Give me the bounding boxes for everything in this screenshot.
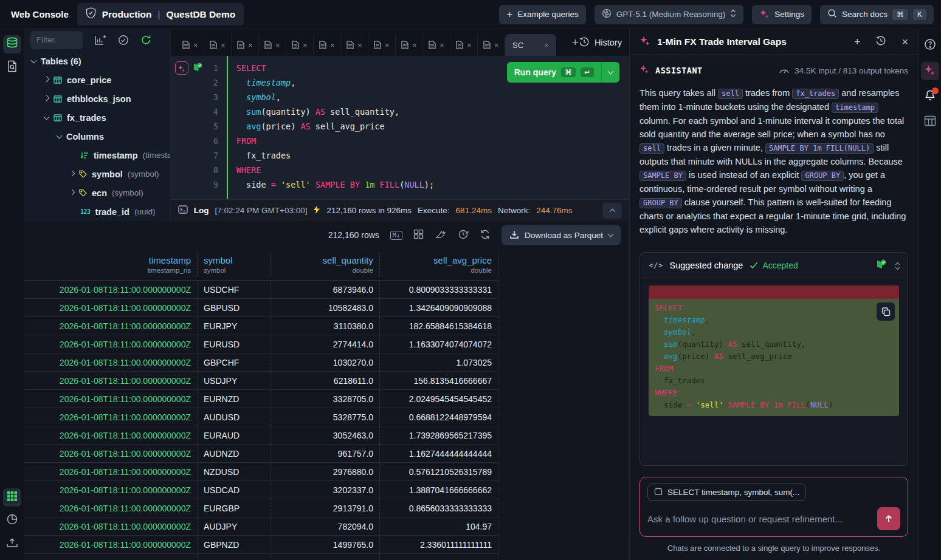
tab-close-icon[interactable]: ×: [385, 41, 390, 49]
tree-item-tables-6-[interactable]: Tables (6): [24, 52, 170, 70]
table-row[interactable]: 2026-01-08T18:11:00.000000000ZAUDJPY7820…: [24, 517, 498, 536]
chart-view-button[interactable]: [3, 511, 21, 530]
tree-item-ethblocks-json[interactable]: ethblocks_json: [24, 89, 170, 108]
tree-item-trade-id[interactable]: 123trade_id(uuid): [24, 202, 170, 221]
help-button[interactable]: [921, 36, 939, 55]
table-row[interactable]: 2026-01-08T18:11:00.000000000ZUSDCAD3202…: [24, 481, 498, 499]
copy-button[interactable]: [877, 302, 895, 321]
tab-close-icon[interactable]: ×: [412, 41, 417, 49]
tab-close-icon[interactable]: ×: [193, 41, 198, 49]
expand-collapse-button[interactable]: [896, 261, 899, 269]
search-docs[interactable]: Search docs ⌘ K: [820, 5, 934, 24]
refresh-results-icon[interactable]: [480, 229, 491, 242]
cell-timestamp: 2026-01-08T18:11:00.000000000Z: [24, 554, 198, 560]
column-header-symbol[interactable]: symbol symbol: [198, 253, 271, 276]
followup-placeholder[interactable]: Ask a follow up question or request refi…: [647, 514, 877, 524]
tab-close-icon[interactable]: ×: [544, 41, 549, 49]
tab-close-icon[interactable]: ×: [303, 41, 308, 49]
table-row[interactable]: 2026-01-08T18:11:00.000000000ZGBPUSD1058…: [24, 299, 498, 317]
visualization-icon[interactable]: [435, 229, 447, 242]
editor-tab[interactable]: ×: [286, 34, 314, 56]
table-row[interactable]: 2026-01-08T18:11:00.000000000ZUSDJPY6218…: [24, 372, 498, 390]
ai-assist-icon[interactable]: [175, 61, 188, 75]
editor-tab[interactable]: ×: [232, 34, 259, 56]
chat-history-button[interactable]: [875, 35, 886, 48]
instance-selector[interactable]: Production | QuestDB Demo: [77, 3, 244, 26]
table-row[interactable]: 2026-01-08T18:11:00.000000000ZAUDUSD5328…: [24, 408, 498, 426]
network-value: 244.76ms: [536, 206, 572, 215]
editor-tab[interactable]: ×: [396, 34, 423, 56]
tables-nav-button[interactable]: [3, 35, 21, 53]
table-row[interactable]: 2026-01-08T18:11:00.000000000Z: [24, 554, 498, 560]
tab-close-icon[interactable]: ×: [439, 41, 444, 49]
editor-tab[interactable]: ×: [478, 34, 505, 56]
editor-tab[interactable]: ×: [423, 34, 450, 56]
editor-tab[interactable]: ×: [341, 34, 368, 56]
auto-refresh-icon[interactable]: [458, 229, 469, 242]
model-selector[interactable]: GPT-5.1 (Medium Reasoning): [595, 5, 743, 24]
table-row[interactable]: 2026-01-08T18:11:00.000000000ZEURGBP2913…: [24, 499, 498, 517]
send-button[interactable]: [877, 507, 900, 530]
tab-close-icon[interactable]: ×: [467, 41, 472, 49]
column-header-sell-avg-price[interactable]: sell_avg_price double: [380, 253, 498, 276]
sql-editor[interactable]: 123456789 SELECT timestamp, symbol, sum(…: [171, 56, 629, 199]
editor-tab[interactable]: ×: [368, 34, 396, 56]
tab-close-icon[interactable]: ×: [248, 41, 253, 49]
followup-input[interactable]: SELECT timestamp, symbol, sum(... Ask a …: [639, 477, 908, 537]
settings-button[interactable]: Settings: [752, 5, 812, 24]
editor-tab[interactable]: ×: [259, 34, 286, 56]
table-row[interactable]: 2026-01-08T18:11:00.000000000ZEURUSD2774…: [24, 335, 498, 353]
table-row[interactable]: 2026-01-08T18:11:00.000000000ZEURAUD3052…: [24, 426, 498, 445]
cell-sell-avg-price: 1.1633074074074072: [380, 335, 498, 353]
table-panel-button[interactable]: [921, 113, 939, 131]
tree-item-columns[interactable]: Columns: [24, 127, 170, 146]
tree-item-timestamp[interactable]: timestamp(timestamp_ns): [24, 146, 170, 165]
table-row[interactable]: 2026-01-08T18:11:00.000000000ZUSDCHF6873…: [24, 281, 498, 299]
editor-tab[interactable]: ×: [314, 34, 341, 56]
editor-tab[interactable]: ×: [177, 34, 204, 56]
table-row[interactable]: 2026-01-08T18:11:00.000000000ZEURJPY3110…: [24, 317, 498, 335]
editor-tab-active[interactable]: SC×: [505, 34, 556, 56]
table-row[interactable]: 2026-01-08T18:11:00.000000000ZGBPCHF1030…: [24, 353, 498, 372]
tab-close-icon[interactable]: ×: [275, 41, 280, 49]
tree-item-symbol[interactable]: symbol(symbol): [24, 165, 170, 183]
column-header-sell-quantity[interactable]: sell_quantity double: [271, 253, 380, 276]
collapse-log-button[interactable]: [602, 203, 622, 219]
import-button[interactable]: [3, 534, 21, 553]
filter-input[interactable]: [30, 31, 83, 49]
check-circle-icon[interactable]: [118, 35, 129, 46]
add-chart-icon[interactable]: [94, 35, 106, 46]
tab-close-icon[interactable]: ×: [221, 41, 226, 49]
tree-item-core-price[interactable]: core_price: [24, 70, 170, 89]
tree-item-ecn[interactable]: ecn(symbol): [24, 183, 170, 202]
layout-grid-icon[interactable]: [413, 229, 424, 241]
editor-tab[interactable]: ×: [450, 34, 478, 56]
query-context-chip[interactable]: SELECT timestamp, symbol, sum(...: [647, 483, 806, 501]
grid-view-button[interactable]: [3, 488, 21, 507]
column-header-timestamp[interactable]: timestamp timestamp_ns: [24, 253, 198, 276]
table-row[interactable]: 2026-01-08T18:11:00.000000000ZGBPNZD1499…: [24, 536, 498, 554]
refresh-icon[interactable]: [140, 35, 151, 46]
run-options-chevron[interactable]: [602, 62, 619, 83]
table-row[interactable]: 2026-01-08T18:11:00.000000000ZEURNZD3328…: [24, 390, 498, 408]
table-row[interactable]: 2026-01-08T18:11:00.000000000ZNZDUSD2976…: [24, 463, 498, 481]
tab-close-icon[interactable]: ×: [330, 41, 335, 49]
assistant-rail-button[interactable]: [921, 62, 939, 80]
notifications-button[interactable]: [921, 87, 939, 106]
tree-item-fx-trades[interactable]: fx_trades: [24, 108, 170, 127]
token-usage-text: 34.5K input / 813 output tokens: [795, 66, 908, 75]
table-row[interactable]: 2026-01-08T18:11:00.000000000ZAUDNZD9617…: [24, 445, 498, 463]
markdown-export-icon[interactable]: M↓: [390, 231, 402, 240]
tab-close-icon[interactable]: ×: [494, 41, 499, 49]
query-log-nav-button[interactable]: [3, 58, 21, 77]
example-queries-button[interactable]: + Example queries: [499, 5, 586, 24]
close-chat-button[interactable]: ×: [901, 36, 908, 47]
history-button[interactable]: History: [579, 36, 622, 49]
run-query-button[interactable]: Run query ⌘ ↵: [507, 62, 619, 83]
editor-tab[interactable]: ×: [204, 34, 232, 56]
inline-code-chip: SAMPLE BY 1m FILL(NULL): [765, 143, 874, 154]
add-tab-button[interactable]: +: [572, 36, 579, 49]
download-parquet-button[interactable]: Download as Parquet: [502, 225, 621, 245]
tab-close-icon[interactable]: ×: [357, 41, 362, 49]
new-chat-button[interactable]: +: [854, 36, 861, 47]
